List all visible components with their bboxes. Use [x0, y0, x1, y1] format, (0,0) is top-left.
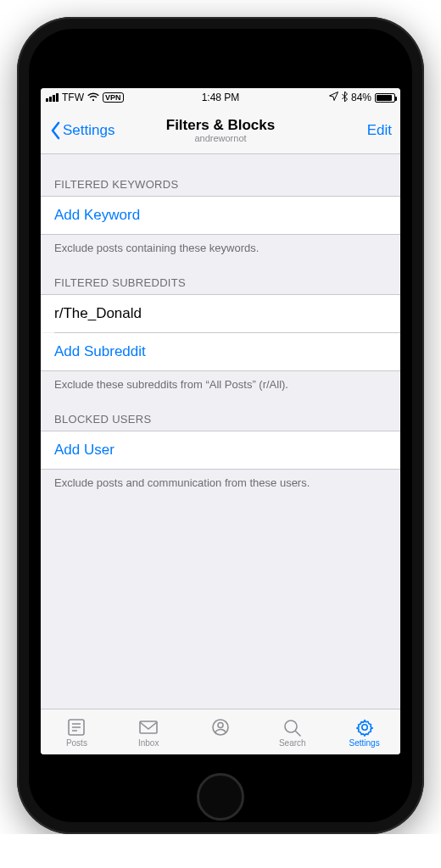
tab-bar: Posts Inbox [41, 709, 400, 754]
section-footer-subreddits: Exclude these subreddits from “All Posts… [41, 371, 400, 394]
section-header-users: BLOCKED USERS [41, 394, 400, 431]
tab-label [220, 738, 222, 748]
tab-label: Settings [349, 738, 380, 748]
status-bar: TFW VPN 1:48 PM 84% [41, 88, 400, 107]
tab-posts[interactable]: Posts [41, 709, 113, 754]
section-footer-users: Exclude posts and communication from the… [41, 470, 400, 492]
subreddit-row[interactable]: r/The_Donald [41, 294, 400, 332]
content[interactable]: FILTERED KEYWORDS Add Keyword Exclude po… [41, 154, 400, 709]
gear-icon [354, 717, 376, 737]
search-icon [282, 717, 304, 737]
back-label: Settings [63, 122, 114, 139]
tab-account[interactable] [185, 709, 257, 754]
svg-rect-4 [140, 721, 157, 733]
tab-label: Search [279, 738, 306, 748]
add-keyword-button[interactable]: Add Keyword [41, 196, 400, 235]
posts-icon [65, 717, 87, 737]
battery-icon [375, 93, 395, 103]
nav-bar: Settings Filters & Blocks andrewornot Ed… [41, 107, 400, 154]
chevron-left-icon [49, 121, 61, 140]
home-button[interactable] [197, 773, 244, 821]
account-icon [209, 717, 232, 737]
section-footer-keywords: Exclude posts containing these keywords. [41, 235, 400, 258]
svg-point-9 [361, 724, 366, 729]
phone-inner: TFW VPN 1:48 PM 84% [29, 29, 412, 822]
tab-label: Inbox [138, 738, 159, 748]
svg-line-8 [295, 731, 300, 736]
section-header-subreddits: FILTERED SUBREDDITS [41, 258, 400, 294]
svg-point-7 [285, 721, 297, 732]
svg-point-6 [218, 722, 223, 727]
phone-frame: TFW VPN 1:48 PM 84% [17, 17, 424, 834]
inbox-icon [137, 717, 159, 737]
screen: TFW VPN 1:48 PM 84% [41, 88, 400, 754]
section-header-keywords: FILTERED KEYWORDS [41, 154, 400, 196]
tab-settings[interactable]: Settings [328, 709, 400, 754]
tab-inbox[interactable]: Inbox [113, 709, 185, 754]
add-user-button[interactable]: Add User [41, 431, 400, 470]
status-time: 1:48 PM [41, 92, 400, 103]
add-subreddit-button[interactable]: Add Subreddit [41, 333, 400, 371]
tab-search[interactable]: Search [256, 709, 328, 754]
back-button[interactable]: Settings [49, 121, 114, 140]
edit-button[interactable]: Edit [367, 122, 392, 139]
tab-label: Posts [66, 738, 87, 748]
